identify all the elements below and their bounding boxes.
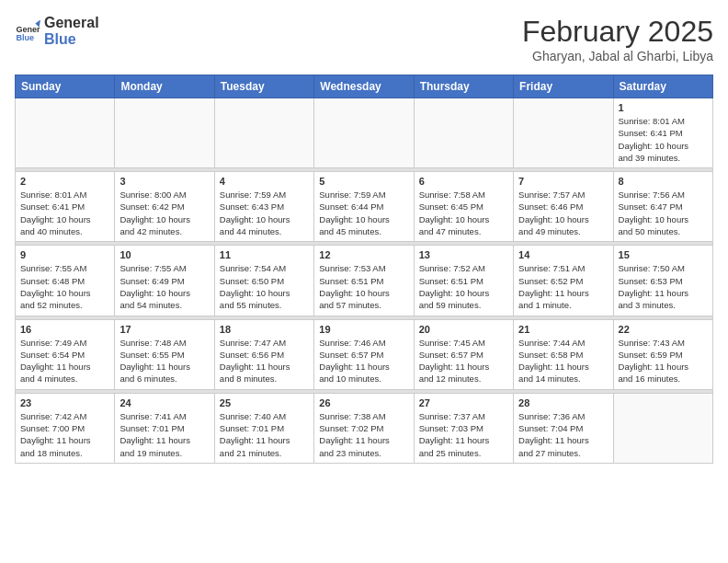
title-block: February 2025 Gharyan, Jabal al Gharbi, … <box>522 15 713 63</box>
calendar-day-cell: 5Sunrise: 7:59 AMSunset: 6:44 PMDaylight… <box>314 172 414 242</box>
day-info: Sunrise: 8:01 AMSunset: 6:41 PMDaylight:… <box>20 189 109 237</box>
calendar-week-row: 2Sunrise: 8:01 AMSunset: 6:41 PMDaylight… <box>16 172 713 242</box>
day-info: Sunrise: 7:59 AMSunset: 6:43 PMDaylight:… <box>220 189 309 237</box>
logo-general: General <box>44 15 99 31</box>
day-info: Sunrise: 7:53 AMSunset: 6:51 PMDaylight:… <box>319 262 408 311</box>
day-number: 1 <box>619 102 708 113</box>
day-number: 26 <box>319 397 408 408</box>
calendar-day-cell <box>613 393 712 463</box>
calendar-day-cell: 20Sunrise: 7:45 AMSunset: 6:57 PMDayligh… <box>414 319 513 389</box>
day-info: Sunrise: 7:42 AMSunset: 7:00 PMDaylight:… <box>20 410 109 459</box>
day-info: Sunrise: 7:55 AMSunset: 6:48 PMDaylight:… <box>20 262 109 311</box>
day-info: Sunrise: 7:50 AMSunset: 6:53 PMDaylight:… <box>619 262 708 311</box>
calendar-header-wednesday: Wednesday <box>314 75 414 98</box>
day-info: Sunrise: 7:40 AMSunset: 7:01 PMDaylight:… <box>220 410 309 459</box>
calendar-header-row: SundayMondayTuesdayWednesdayThursdayFrid… <box>16 75 713 98</box>
calendar-day-cell: 19Sunrise: 7:46 AMSunset: 6:57 PMDayligh… <box>314 319 414 389</box>
day-number: 22 <box>619 324 708 335</box>
day-info: Sunrise: 8:01 AMSunset: 6:41 PMDaylight:… <box>619 115 708 164</box>
calendar-day-cell: 17Sunrise: 7:48 AMSunset: 6:55 PMDayligh… <box>115 319 214 389</box>
calendar-day-cell: 21Sunrise: 7:44 AMSunset: 6:58 PMDayligh… <box>514 319 613 389</box>
calendar-day-cell: 8Sunrise: 7:56 AMSunset: 6:47 PMDaylight… <box>613 172 712 242</box>
day-info: Sunrise: 7:59 AMSunset: 6:44 PMDaylight:… <box>319 189 408 237</box>
day-info: Sunrise: 7:55 AMSunset: 6:49 PMDaylight:… <box>119 262 209 311</box>
day-number: 13 <box>419 249 508 260</box>
calendar-day-cell <box>115 98 214 168</box>
calendar-table: SundayMondayTuesdayWednesdayThursdayFrid… <box>15 75 713 464</box>
calendar-day-cell: 15Sunrise: 7:50 AMSunset: 6:53 PMDayligh… <box>613 246 712 316</box>
calendar-day-cell <box>16 98 115 168</box>
calendar-day-cell <box>314 98 414 168</box>
logo-text: General Blue <box>44 15 99 47</box>
calendar-day-cell: 13Sunrise: 7:52 AMSunset: 6:51 PMDayligh… <box>414 246 513 316</box>
calendar-day-cell: 1Sunrise: 8:01 AMSunset: 6:41 PMDaylight… <box>613 98 712 168</box>
svg-text:Blue: Blue <box>16 32 34 41</box>
calendar-day-cell: 28Sunrise: 7:36 AMSunset: 7:04 PMDayligh… <box>514 393 613 463</box>
calendar-header-saturday: Saturday <box>613 75 712 98</box>
logo-icon: General Blue <box>15 18 40 44</box>
day-number: 23 <box>20 397 109 408</box>
day-number: 6 <box>419 176 508 187</box>
calendar-header-monday: Monday <box>115 75 214 98</box>
day-info: Sunrise: 7:56 AMSunset: 6:47 PMDaylight:… <box>619 189 708 237</box>
day-info: Sunrise: 7:48 AMSunset: 6:55 PMDaylight:… <box>119 337 209 385</box>
calendar-day-cell: 11Sunrise: 7:54 AMSunset: 6:50 PMDayligh… <box>214 246 313 316</box>
calendar-header-tuesday: Tuesday <box>214 75 313 98</box>
day-number: 27 <box>419 397 508 408</box>
location-subtitle: Gharyan, Jabal al Gharbi, Libya <box>522 49 713 63</box>
calendar-day-cell: 10Sunrise: 7:55 AMSunset: 6:49 PMDayligh… <box>115 246 214 316</box>
calendar-day-cell: 14Sunrise: 7:51 AMSunset: 6:52 PMDayligh… <box>514 246 613 316</box>
page-container: General Blue General Blue February 2025 … <box>15 15 713 464</box>
day-info: Sunrise: 7:52 AMSunset: 6:51 PMDaylight:… <box>419 262 508 311</box>
calendar-day-cell <box>214 98 313 168</box>
day-info: Sunrise: 7:51 AMSunset: 6:52 PMDaylight:… <box>518 262 608 311</box>
day-info: Sunrise: 7:47 AMSunset: 6:56 PMDaylight:… <box>220 337 309 385</box>
calendar-day-cell: 23Sunrise: 7:42 AMSunset: 7:00 PMDayligh… <box>16 393 115 463</box>
day-info: Sunrise: 7:57 AMSunset: 6:46 PMDaylight:… <box>518 189 608 237</box>
page-header: General Blue General Blue February 2025 … <box>15 15 713 63</box>
calendar-week-row: 23Sunrise: 7:42 AMSunset: 7:00 PMDayligh… <box>16 393 713 463</box>
day-number: 8 <box>619 176 708 187</box>
calendar-day-cell: 27Sunrise: 7:37 AMSunset: 7:03 PMDayligh… <box>414 393 513 463</box>
day-info: Sunrise: 7:58 AMSunset: 6:45 PMDaylight:… <box>419 189 508 237</box>
day-number: 19 <box>319 324 408 335</box>
calendar-week-row: 1Sunrise: 8:01 AMSunset: 6:41 PMDaylight… <box>16 98 713 168</box>
day-info: Sunrise: 7:37 AMSunset: 7:03 PMDaylight:… <box>419 410 508 459</box>
calendar-day-cell: 18Sunrise: 7:47 AMSunset: 6:56 PMDayligh… <box>214 319 313 389</box>
day-number: 18 <box>220 324 309 335</box>
day-info: Sunrise: 7:44 AMSunset: 6:58 PMDaylight:… <box>518 337 608 385</box>
calendar-header-sunday: Sunday <box>16 75 115 98</box>
calendar-day-cell: 12Sunrise: 7:53 AMSunset: 6:51 PMDayligh… <box>314 246 414 316</box>
calendar-day-cell: 3Sunrise: 8:00 AMSunset: 6:42 PMDaylight… <box>115 172 214 242</box>
calendar-day-cell: 4Sunrise: 7:59 AMSunset: 6:43 PMDaylight… <box>214 172 313 242</box>
calendar-day-cell: 6Sunrise: 7:58 AMSunset: 6:45 PMDaylight… <box>414 172 513 242</box>
calendar-day-cell: 9Sunrise: 7:55 AMSunset: 6:48 PMDaylight… <box>16 246 115 316</box>
day-info: Sunrise: 7:36 AMSunset: 7:04 PMDaylight:… <box>518 410 608 459</box>
day-number: 12 <box>319 249 408 260</box>
day-number: 16 <box>20 324 109 335</box>
day-info: Sunrise: 8:00 AMSunset: 6:42 PMDaylight:… <box>119 189 209 237</box>
day-number: 7 <box>518 176 608 187</box>
day-number: 21 <box>518 324 608 335</box>
calendar-day-cell: 25Sunrise: 7:40 AMSunset: 7:01 PMDayligh… <box>214 393 313 463</box>
calendar-day-cell: 16Sunrise: 7:49 AMSunset: 6:54 PMDayligh… <box>16 319 115 389</box>
day-info: Sunrise: 7:43 AMSunset: 6:59 PMDaylight:… <box>619 337 708 385</box>
day-number: 17 <box>119 324 209 335</box>
calendar-day-cell: 7Sunrise: 7:57 AMSunset: 6:46 PMDaylight… <box>514 172 613 242</box>
day-number: 4 <box>220 176 309 187</box>
calendar-week-row: 9Sunrise: 7:55 AMSunset: 6:48 PMDaylight… <box>16 246 713 316</box>
day-info: Sunrise: 7:49 AMSunset: 6:54 PMDaylight:… <box>20 337 109 385</box>
day-number: 24 <box>119 397 209 408</box>
day-info: Sunrise: 7:38 AMSunset: 7:02 PMDaylight:… <box>319 410 408 459</box>
calendar-day-cell: 2Sunrise: 8:01 AMSunset: 6:41 PMDaylight… <box>16 172 115 242</box>
calendar-week-row: 16Sunrise: 7:49 AMSunset: 6:54 PMDayligh… <box>16 319 713 389</box>
day-info: Sunrise: 7:54 AMSunset: 6:50 PMDaylight:… <box>220 262 309 311</box>
day-info: Sunrise: 7:41 AMSunset: 7:01 PMDaylight:… <box>119 410 209 459</box>
month-title: February 2025 <box>522 15 713 49</box>
calendar-day-cell: 22Sunrise: 7:43 AMSunset: 6:59 PMDayligh… <box>613 319 712 389</box>
day-number: 9 <box>20 249 109 260</box>
logo: General Blue General Blue <box>15 15 99 47</box>
calendar-header-thursday: Thursday <box>414 75 513 98</box>
day-number: 25 <box>220 397 309 408</box>
day-number: 10 <box>119 249 209 260</box>
